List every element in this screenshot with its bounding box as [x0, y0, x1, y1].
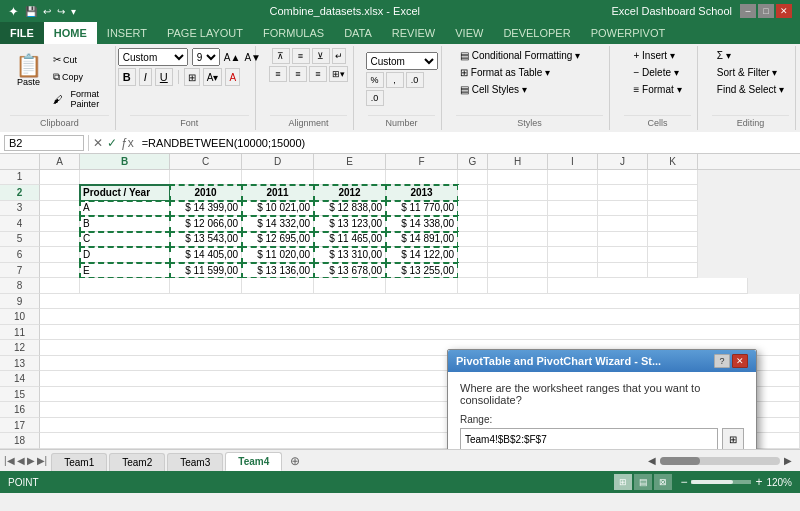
cell-E5[interactable]: $ 11 465,00	[314, 232, 386, 248]
tab-insert[interactable]: INSERT	[97, 22, 157, 44]
col-header-A[interactable]: A	[40, 154, 80, 169]
page-break-view-btn[interactable]: ⊠	[654, 474, 672, 490]
cell-D3[interactable]: $ 10 021,00	[242, 201, 314, 217]
font-family-select[interactable]: Custom	[118, 48, 188, 66]
font-grow-btn[interactable]: A▲	[224, 52, 241, 63]
cell-C3[interactable]: $ 14 399,00	[170, 201, 242, 217]
cell-G1[interactable]	[458, 170, 488, 186]
cell-F6[interactable]: $ 14 122,00	[386, 247, 458, 263]
conditional-formatting-btn[interactable]: ▤ Conditional Formatting ▾	[456, 48, 603, 63]
row-header-3[interactable]: 3	[0, 201, 40, 217]
cell-G5[interactable]	[458, 232, 488, 248]
horizontal-scroll-thumb[interactable]	[660, 457, 700, 465]
confirm-formula-btn[interactable]: ✓	[107, 136, 117, 150]
tab-data[interactable]: DATA	[334, 22, 382, 44]
tab-home[interactable]: HOME	[44, 22, 97, 44]
cell-I2[interactable]	[548, 185, 598, 201]
cell-I4[interactable]	[548, 216, 598, 232]
sheet-scroll-prev-btn[interactable]: ◀	[17, 455, 25, 466]
row-header-2[interactable]: 2	[0, 185, 40, 201]
format-painter-btn[interactable]: 🖌Format Painter	[49, 87, 109, 111]
cell-I7[interactable]	[548, 263, 598, 279]
cell-F2[interactable]: 2013	[386, 185, 458, 201]
cell-C1[interactable]	[170, 170, 242, 186]
zoom-out-btn[interactable]: −	[680, 475, 687, 489]
cell-B8[interactable]	[80, 278, 170, 294]
cell-K3[interactable]	[648, 201, 698, 217]
cell-J7[interactable]	[598, 263, 648, 279]
col-header-F[interactable]: F	[386, 154, 458, 169]
row-header-7[interactable]: 7	[0, 263, 40, 279]
cell-H3[interactable]	[488, 201, 548, 217]
undo-quick-btn[interactable]: ↩	[41, 5, 53, 18]
tab-view[interactable]: VIEW	[445, 22, 493, 44]
merge-btn[interactable]: ⊞▾	[329, 66, 348, 82]
cell-B1[interactable]	[80, 170, 170, 186]
cell-I3[interactable]	[548, 201, 598, 217]
copy-btn[interactable]: ⧉Copy	[49, 69, 109, 85]
cell-G3[interactable]	[458, 201, 488, 217]
cell-B6[interactable]: D	[80, 247, 170, 263]
add-sheet-btn[interactable]: ⊕	[284, 451, 306, 471]
cell-A5[interactable]	[40, 232, 80, 248]
align-top-btn[interactable]: ⊼	[272, 48, 290, 64]
col-header-K[interactable]: K	[648, 154, 698, 169]
insert-function-btn[interactable]: ƒx	[121, 136, 134, 150]
sheet-scroll-next-btn[interactable]: ▶	[27, 455, 35, 466]
align-bottom-btn[interactable]: ⊻	[312, 48, 330, 64]
col-header-J[interactable]: J	[598, 154, 648, 169]
sheet-scroll-first-btn[interactable]: |◀	[4, 455, 15, 466]
cell-H7[interactable]	[488, 263, 548, 279]
formula-input[interactable]: =RANDBETWEEN(10000;15000)	[138, 136, 796, 150]
cell-G7[interactable]	[458, 263, 488, 279]
delete-cells-btn[interactable]: − Delete ▾	[629, 65, 682, 80]
align-right-btn[interactable]: ≡	[309, 66, 327, 82]
insert-cells-btn[interactable]: + Insert ▾	[629, 48, 678, 63]
tab-powerpivot[interactable]: POWERPIVOT	[581, 22, 676, 44]
maximize-btn[interactable]: □	[758, 4, 774, 18]
name-box[interactable]: B2	[4, 135, 84, 151]
cut-btn[interactable]: ✂Cut	[49, 52, 109, 67]
col-header-D[interactable]: D	[242, 154, 314, 169]
cell-J6[interactable]	[598, 247, 648, 263]
cell-K2[interactable]	[648, 185, 698, 201]
cell-G4[interactable]	[458, 216, 488, 232]
cell-D1[interactable]	[242, 170, 314, 186]
page-layout-view-btn[interactable]: ▤	[634, 474, 652, 490]
sheet-tab-team4[interactable]: Team4	[225, 452, 282, 471]
align-left-btn[interactable]: ≡	[269, 66, 287, 82]
cell-H4[interactable]	[488, 216, 548, 232]
cell-B5[interactable]: C	[80, 232, 170, 248]
cell-styles-btn[interactable]: ▤ Cell Styles ▾	[456, 82, 603, 97]
border-btn[interactable]: ⊞	[184, 68, 200, 86]
sheet-tab-team3[interactable]: Team3	[167, 453, 223, 471]
number-format-select[interactable]: Custom	[366, 52, 438, 70]
cell-A6[interactable]	[40, 247, 80, 263]
cell-H5[interactable]	[488, 232, 548, 248]
col-header-B[interactable]: B	[80, 154, 170, 169]
cell-A2[interactable]	[40, 185, 80, 201]
cell-K5[interactable]	[648, 232, 698, 248]
cell-A3[interactable]	[40, 201, 80, 217]
cell-C2[interactable]: 2010	[170, 185, 242, 201]
font-shrink-btn[interactable]: A▼	[244, 52, 261, 63]
sum-btn[interactable]: Σ ▾	[713, 48, 735, 63]
cell-E4[interactable]: $ 13 123,00	[314, 216, 386, 232]
sheet-tab-team2[interactable]: Team2	[109, 453, 165, 471]
fill-color-btn[interactable]: A▾	[203, 68, 223, 86]
cell-A8[interactable]	[40, 278, 80, 294]
cell-C7[interactable]: $ 11 599,00	[170, 263, 242, 279]
cell-E1[interactable]	[314, 170, 386, 186]
col-header-C[interactable]: C	[170, 154, 242, 169]
row-header-13[interactable]: 13	[0, 356, 40, 372]
cell-A1[interactable]	[40, 170, 80, 186]
dialog-close-btn[interactable]: ✕	[732, 354, 748, 368]
cell-D6[interactable]: $ 11 020,00	[242, 247, 314, 263]
cell-rest-11[interactable]	[40, 325, 800, 341]
cell-G6[interactable]	[458, 247, 488, 263]
col-header-I[interactable]: I	[548, 154, 598, 169]
col-header-E[interactable]: E	[314, 154, 386, 169]
sheet-scroll-last-btn[interactable]: ▶|	[37, 455, 48, 466]
cell-D2[interactable]: 2011	[242, 185, 314, 201]
save-quick-btn[interactable]: 💾	[23, 5, 39, 18]
